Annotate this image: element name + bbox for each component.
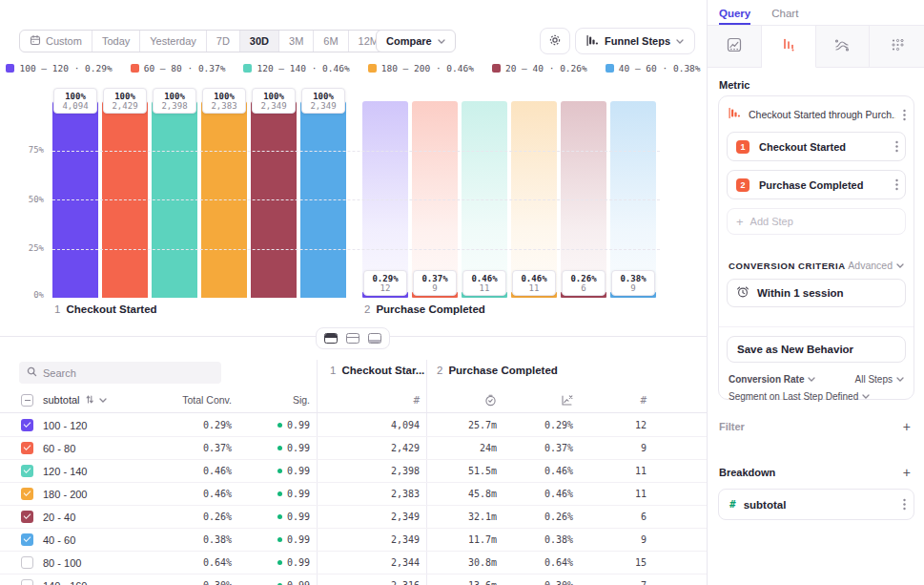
table-header-row: subtotal Total Conv. Sig. #	[0, 387, 707, 413]
search-input[interactable]: Search	[19, 362, 221, 384]
funnel-step-card[interactable]: 1Checkout Started	[727, 132, 906, 161]
y-axis-tick: 0%	[6, 290, 44, 300]
legend-label: 40 – 60 · 0.38%	[619, 63, 701, 73]
step2-count: 15	[580, 557, 653, 568]
step-number-badge: 1	[736, 140, 749, 154]
add-filter-button[interactable]: +	[903, 421, 911, 432]
metric-header[interactable]: Checkout Started through Purch...	[719, 96, 914, 132]
select-all-checkbox[interactable]	[21, 394, 33, 407]
metric-steps: 1Checkout Started2Purchase Completed	[719, 132, 914, 199]
step2-count: 12	[580, 420, 653, 430]
chart-type-more-tab[interactable]	[870, 26, 924, 68]
layout-split-icon[interactable]	[321, 331, 340, 345]
all-steps-dropdown[interactable]: All Steps	[855, 374, 904, 385]
layout-chart-icon[interactable]	[343, 331, 362, 345]
advanced-toggle[interactable]: Advanced	[848, 260, 904, 271]
legend-item[interactable]: 180 – 200 · 0.46%	[368, 63, 474, 73]
legend-label: 180 – 200 · 0.46%	[381, 63, 474, 73]
range-today[interactable]: Today	[92, 31, 140, 52]
step-number-badge: 2	[736, 178, 749, 192]
kebab-menu-icon[interactable]	[895, 140, 898, 153]
legend-item[interactable]: 40 – 60 · 0.38%	[606, 63, 701, 73]
chart-type-funnel-tab[interactable]	[762, 26, 816, 68]
step2-count: 11	[580, 466, 653, 476]
sig-header[interactable]: Sig.	[232, 394, 310, 406]
chevron-down-icon	[862, 394, 870, 399]
kebab-menu-icon[interactable]	[903, 498, 906, 511]
range-3m[interactable]: 3M	[279, 31, 314, 52]
step2-count: 6	[580, 512, 653, 522]
legend-item[interactable]: 60 – 80 · 0.37%	[131, 63, 226, 73]
total-conv-value: 0.37%	[175, 443, 232, 453]
range-7d[interactable]: 7D	[207, 31, 240, 52]
conversion-window-button[interactable]: Within 1 session	[727, 279, 906, 307]
count-column-icon[interactable]: #	[580, 394, 653, 407]
dots-grid-icon	[890, 37, 905, 56]
app-window: CustomTodayYesterday7D30D3M6M12MXTD Comp…	[0, 0, 924, 585]
step2-count: 9	[580, 534, 653, 545]
bar-value-label: 0.38%9	[611, 270, 655, 296]
breakdown-property-card[interactable]: # subtotal	[718, 489, 914, 520]
segment-dropdown[interactable]: Segment on Last Step Defined	[729, 391, 870, 402]
add-breakdown-button[interactable]: +	[903, 467, 911, 478]
total-conv-header[interactable]: Total Conv.	[175, 394, 232, 406]
layout-table-icon[interactable]	[365, 331, 384, 345]
compare-button[interactable]: Compare	[376, 30, 456, 52]
row-label: 60 - 80	[43, 443, 175, 454]
chart-type-line-tab[interactable]	[708, 26, 762, 68]
add-step-button[interactable]: + Add Step	[727, 208, 906, 235]
row-checkbox[interactable]	[21, 465, 33, 477]
row-checkbox[interactable]	[21, 488, 33, 500]
range-yesterday[interactable]: Yesterday	[140, 31, 207, 52]
tab-chart[interactable]: Chart	[771, 8, 798, 25]
chart-type-picker-label: Funnel Steps	[605, 35, 670, 47]
sig-dot-icon	[277, 537, 282, 542]
bar-value-label: 0.29%12	[363, 270, 407, 296]
avg-time-value: 32.1m	[426, 512, 503, 522]
subtotal-column-header[interactable]: subtotal	[43, 394, 175, 406]
chevron-down-icon[interactable]	[99, 398, 107, 403]
kebab-menu-icon[interactable]	[903, 109, 906, 121]
range-custom[interactable]: Custom	[20, 31, 92, 52]
metric-section-label: Metric	[719, 79, 924, 91]
time-to-convert-icon[interactable]	[426, 394, 503, 407]
sort-icon[interactable]	[86, 394, 93, 406]
conversion-rate-dropdown[interactable]: Conversion Rate	[729, 374, 815, 385]
line-chart-icon	[727, 37, 742, 56]
settings-button[interactable]	[540, 28, 570, 54]
legend-item[interactable]: 100 – 120 · 0.29%	[6, 63, 112, 73]
table-row: 20 - 400.26%0.992,34932.1m0.26%6	[0, 506, 707, 529]
conv-value: 0.46%	[503, 466, 580, 476]
row-checkbox[interactable]	[21, 579, 33, 585]
sig-value: 0.99	[232, 420, 310, 430]
bar-value-label: 0.46%11	[462, 270, 506, 296]
avg-time-value: 24m	[426, 443, 503, 453]
legend-swatch	[368, 64, 377, 73]
funnel-step-card[interactable]: 2Purchase Completed	[727, 170, 906, 199]
chart-type-picker-button[interactable]: Funnel Steps	[575, 28, 695, 54]
range-6m[interactable]: 6M	[314, 31, 348, 52]
kebab-menu-icon[interactable]	[895, 178, 898, 191]
chart-type-journeys-tab[interactable]	[816, 26, 871, 68]
row-checkbox[interactable]	[21, 511, 33, 523]
legend-item[interactable]: 20 – 40 · 0.26%	[492, 63, 587, 73]
chevron-down-icon	[808, 377, 815, 382]
sig-dot-icon	[277, 446, 282, 450]
legend-item[interactable]: 120 – 140 · 0.46%	[243, 63, 349, 73]
save-behavior-button[interactable]: Save as New Behavior	[727, 336, 906, 363]
count-column-icon[interactable]: #	[310, 394, 426, 407]
row-checkbox[interactable]	[21, 533, 33, 546]
range-30d[interactable]: 30D	[240, 31, 279, 52]
conversion-column-icon[interactable]	[503, 394, 580, 407]
gear-icon	[548, 33, 562, 49]
step1-count: 2,349	[310, 512, 426, 522]
table-group-header-step2: 2Purchase Completed	[437, 365, 558, 376]
tab-query[interactable]: Query	[719, 8, 750, 25]
row-checkbox[interactable]	[21, 556, 33, 569]
bar-value-label: 100%2,349	[301, 88, 345, 114]
number-property-icon: #	[729, 498, 736, 511]
row-checkbox[interactable]	[21, 419, 33, 431]
table-body: 100 - 1200.29%0.994,09425.7m0.29%1260 - …	[0, 414, 707, 585]
row-checkbox[interactable]	[21, 442, 33, 454]
total-conv-value: 0.46%	[175, 466, 232, 476]
